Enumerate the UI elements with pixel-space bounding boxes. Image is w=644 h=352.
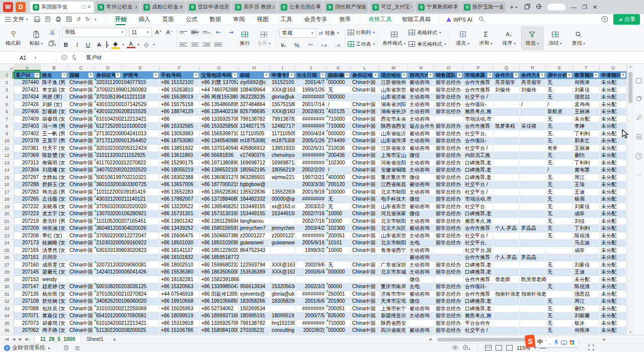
- header-cell[interactable]: 邮箱▼: [238, 71, 270, 79]
- cell[interactable]: [295, 276, 327, 284]
- row-number[interactable]: 3: [0, 86, 14, 94]
- format-painter-button[interactable]: 格式刷: [2, 27, 24, 50]
- font-name-select[interactable]: 等线▾: [62, 28, 126, 37]
- cell[interactable]: 未分配: [600, 196, 627, 203]
- cell[interactable]: wjrmw221(: [270, 174, 295, 182]
- cell[interactable]: 陕西省西安: [379, 320, 408, 327]
- cell[interactable]: 丁利利: [573, 130, 600, 138]
- cell[interactable]: [434, 247, 463, 254]
- cell[interactable]: 201800: [327, 298, 351, 305]
- cell[interactable]: 合作方推荐: [463, 225, 494, 232]
- cell[interactable]: 13851932(: [270, 145, 295, 152]
- cell[interactable]: 留学总经办: [434, 239, 463, 247]
- cell[interactable]: [327, 254, 351, 261]
- cell[interactable]: China中国: [68, 189, 95, 196]
- cell[interactable]: 桂婉唯 (女: [41, 239, 68, 247]
- cell[interactable]: China中国: [351, 218, 379, 225]
- cell[interactable]: 1999/3/2: [295, 247, 327, 254]
- cell[interactable]: 无: [546, 269, 573, 276]
- ime-mic-icon[interactable]: [554, 338, 558, 347]
- new-document-tab-button[interactable]: +: [510, 3, 514, 11]
- cell[interactable]: 未分配: [600, 108, 627, 116]
- cell[interactable]: 710000: [327, 116, 351, 123]
- cell[interactable]: 留学总经办: [434, 305, 463, 313]
- cell[interactable]: 153449155: [238, 203, 270, 211]
- filter-dropdown-icon[interactable]: ▼: [428, 72, 433, 78]
- cell[interactable]: +86 15731301: [159, 210, 200, 218]
- cell[interactable]: 王瑞: [573, 181, 600, 189]
- cell[interactable]: 郭美艺: [573, 137, 600, 145]
- document-tab[interactable]: S成都公积金.xlsx: [141, 2, 185, 13]
- close-button[interactable]: ✕: [593, 5, 597, 10]
- header-cell[interactable]: 原中介机▼: [546, 71, 573, 79]
- cell[interactable]: 2000/7/5: [295, 312, 327, 320]
- cell[interactable]: /: [546, 166, 573, 174]
- cell[interactable]: 社交平台: [463, 203, 494, 211]
- ime-language-mode[interactable]: 中: [537, 338, 543, 346]
- cell[interactable]: China中国: [351, 327, 379, 334]
- cell[interactable]: 返点合作方: [408, 123, 434, 130]
- cell[interactable]: [270, 254, 295, 261]
- cell[interactable]: [494, 312, 520, 320]
- cell[interactable]: 无: [546, 181, 573, 189]
- cell[interactable]: 未分配: [573, 276, 600, 284]
- cell[interactable]: [295, 254, 327, 261]
- cell[interactable]: 留学总经办: [434, 283, 463, 291]
- user-avatar[interactable]: [547, 4, 566, 11]
- worksheet-button[interactable]: 工作表▾: [348, 41, 375, 48]
- menu-tab-视图[interactable]: 视图: [251, 14, 274, 25]
- cell[interactable]: [573, 254, 600, 261]
- cell[interactable]: +86: [159, 116, 200, 123]
- header-cell[interactable]: 现住地址▼: [379, 71, 408, 79]
- cell[interactable]: 主动咨询: [408, 218, 434, 225]
- cell[interactable]: 合作项目-: [463, 137, 494, 145]
- cell[interactable]: 2002/2/20: [295, 166, 327, 174]
- cell[interactable]: 梁馨元 (女: [41, 269, 68, 276]
- cell[interactable]: +86 1335925706: [200, 320, 238, 327]
- cell[interactable]: 207071: [14, 312, 41, 320]
- filter-dropdown-icon[interactable]: ▼: [232, 72, 237, 78]
- cell[interactable]: 留学总经办: [434, 320, 463, 327]
- cell[interactable]: 社交平台 /: [463, 145, 494, 152]
- menu-tab-插入[interactable]: 插入: [132, 14, 156, 25]
- cell[interactable]: China中国: [351, 261, 379, 269]
- cell[interactable]: wendy: [41, 276, 68, 284]
- row-number[interactable]: 2: [0, 79, 14, 86]
- cell[interactable]: 山东省东营: [379, 232, 408, 240]
- cell[interactable]: 山东省菏泽: [379, 137, 408, 145]
- cell[interactable]: 135522836: [238, 189, 270, 196]
- cell[interactable]: 主动咨询: [408, 166, 434, 174]
- cell[interactable]: 胡睿琪 (女: [41, 320, 68, 327]
- paste-button[interactable]: 粘贴 ▾: [25, 27, 47, 50]
- cancel-entry-icon[interactable]: [61, 54, 67, 61]
- cell[interactable]: /: [546, 101, 573, 109]
- cell[interactable]: v17490376: [238, 152, 270, 159]
- cell[interactable]: [494, 203, 520, 211]
- cell[interactable]: +86 15026953: [159, 305, 200, 313]
- cell[interactable]: 北京市朝阳: [379, 239, 408, 247]
- cell[interactable]: 罗晶晶: [520, 254, 546, 261]
- cell[interactable]: +86 田延伶1395: [200, 291, 238, 298]
- menu-tab-页面[interactable]: 页面: [156, 14, 180, 25]
- cell[interactable]: +86 18141137: [159, 247, 200, 254]
- cell[interactable]: China中国: [68, 108, 95, 116]
- row-number[interactable]: 33: [0, 305, 14, 313]
- cell[interactable]: 刘素佳: [573, 261, 600, 269]
- cell[interactable]: 207409: [14, 116, 41, 123]
- cell[interactable]: China中国: [351, 247, 379, 254]
- menu-tab-效率[interactable]: 效率: [333, 14, 357, 25]
- cell[interactable]: 612725200110100019: [95, 123, 122, 130]
- cell[interactable]: 合作方推荐: [463, 254, 494, 261]
- cell[interactable]: [520, 239, 546, 247]
- cell[interactable]: 黄韦慧: [573, 166, 600, 174]
- cell[interactable]: [494, 145, 520, 152]
- cell[interactable]: 151521001: [270, 79, 295, 86]
- cell[interactable]: +86 13611860: [159, 152, 200, 159]
- cell[interactable]: 无: [546, 320, 573, 327]
- cell[interactable]: China中国: [351, 320, 379, 327]
- filter-dropdown-icon[interactable]: ▼: [115, 72, 121, 78]
- cell[interactable]: 110105200207165451: [95, 218, 122, 225]
- cell[interactable]: [520, 298, 546, 305]
- cell[interactable]: 口碑推荐,老: [463, 174, 494, 182]
- cut-icon[interactable]: [49, 29, 55, 36]
